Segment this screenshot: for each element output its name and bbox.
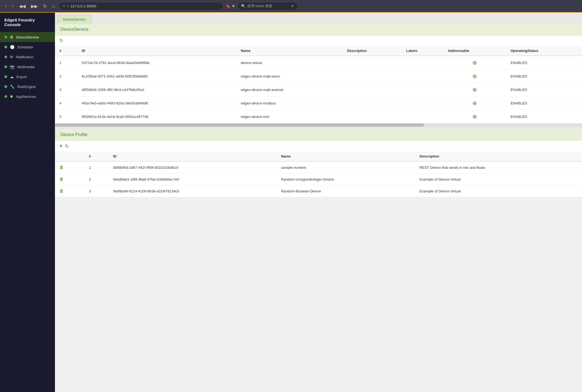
cell-status: ENABLED: [506, 96, 582, 110]
delete-profile-button[interactable]: 🗑: [59, 165, 64, 170]
cell-addressable: ⊕: [444, 83, 506, 96]
app-services-icon: ✱: [10, 94, 13, 99]
tab-bar: DeviceService: [55, 13, 582, 24]
table-row: 5 f650901a-813e-4418-9ca0-5833cc4977d5 e…: [55, 110, 582, 123]
sidebar-label-multimedia: Multimedia: [17, 65, 35, 69]
cell-num-dp: 3: [85, 185, 109, 197]
cell-id: f650901a-813e-4418-9ca0-5833cc4977d5: [77, 110, 236, 123]
device-profile-actions: + ↻: [55, 141, 582, 151]
bookmark-icon[interactable]: 🔖: [226, 4, 230, 8]
search-dropdown[interactable]: ▼: [290, 4, 294, 8]
cell-description-dp: Example of Device-Virtual: [415, 185, 582, 197]
device-service-actions: ↻: [55, 35, 582, 46]
cell-status: ENABLED: [506, 56, 582, 70]
rule-engine-icon: 🔧: [10, 84, 15, 89]
device-profile-table-header: # ID Name Description: [55, 151, 582, 161]
cell-description-dp: REST Device that sends in ints and float…: [415, 161, 582, 173]
cell-labels: [402, 70, 444, 83]
addressable-zoom-button[interactable]: ⊕: [472, 113, 477, 120]
table-row: 🗑 3 5ebf8a94-6224-4109-8038-a31f479134c0…: [55, 185, 582, 197]
home-button[interactable]: ⌂: [51, 2, 57, 10]
cell-description: [343, 110, 402, 123]
cell-addressable: ⊕: [444, 110, 506, 123]
back-button[interactable]: ‹: [3, 2, 8, 10]
search-bar[interactable]: 🔍 使用 baidu 搜索 ▼: [237, 2, 298, 10]
col-operating-status: OperatingStatus: [506, 46, 582, 56]
col-name: Name: [236, 46, 343, 56]
app-layout: EdgeX Foundry Console ⚙ DeviceService 🕐 …: [0, 13, 582, 392]
device-profile-section-header: Device Profile: [55, 129, 582, 141]
addressable-zoom-button[interactable]: ⊕: [472, 86, 477, 93]
cell-labels: [402, 83, 444, 96]
scroll-indicator: [55, 123, 582, 127]
tab-device-service[interactable]: DeviceService: [57, 15, 92, 24]
cell-name: edgex-device-mqtt-android: [236, 83, 343, 96]
status-dot-rule-engine: [4, 85, 7, 88]
col-num-dp: #: [85, 151, 109, 161]
cell-addressable: ⊕: [444, 96, 506, 110]
cell-num: 4: [55, 96, 77, 110]
cell-delete: 🗑: [55, 185, 85, 197]
sidebar-item-scheduler[interactable]: 🕐 Scheduler: [0, 42, 55, 52]
cell-name-dp: Random-Boolean-Device: [277, 185, 415, 197]
cell-status: ENABLED: [506, 83, 582, 96]
cell-name: device-virtual: [236, 56, 343, 70]
sidebar-item-device-service[interactable]: ⚙ DeviceService: [0, 32, 55, 42]
table-row: 1 53724c78-2791-4ecd-9839-0ba42b89999e d…: [55, 56, 582, 70]
cell-status: ENABLED: [506, 70, 582, 83]
sidebar-item-export[interactable]: ☁ Export: [0, 72, 55, 82]
delete-profile-button[interactable]: 🗑: [59, 177, 64, 182]
add-device-profile-button[interactable]: +: [59, 143, 63, 149]
refresh-device-profile-button[interactable]: ↻: [65, 143, 69, 149]
bookmark-area: 🔖 ▼: [226, 4, 235, 8]
cell-num: 5: [55, 110, 77, 123]
status-dot-app-services: [4, 95, 7, 98]
sidebar-label-app-services: AppServices: [16, 95, 36, 99]
reload-button[interactable]: ↻: [41, 2, 48, 10]
sidebar: EdgeX Foundry Console ⚙ DeviceService 🕐 …: [0, 13, 55, 392]
sidebar-item-rule-engine[interactable]: 🔧 RuleEngine: [0, 82, 55, 92]
cell-labels: [402, 96, 444, 110]
sidebar-label-device-service: DeviceService: [16, 35, 39, 39]
addressable-zoom-button[interactable]: ⊕: [472, 59, 477, 66]
cell-id: df556b04-3356-4ff2-9fe3-c447fb8c85a1: [77, 83, 236, 96]
cell-num: 1: [55, 56, 77, 70]
refresh-device-service-button[interactable]: ↻: [59, 38, 63, 44]
search-icon: 🔍: [241, 4, 246, 8]
cell-labels: [402, 110, 444, 123]
forward-button[interactable]: ›: [10, 2, 15, 10]
cell-id: f45a74e5-eb0d-4493-820a-58e55a894bf6: [77, 96, 236, 110]
scheduler-icon: 🕐: [10, 45, 15, 49]
table-row: 2 6c1f36ad-5071-4341-a83d-5091f5b9dd60 e…: [55, 70, 582, 83]
sidebar-item-app-services[interactable]: ✱ AppServices: [0, 92, 55, 101]
browser-chrome: ‹ › ◀◀ ▶▶ ↻ ⌂ 🛡 ℹ 127.0.0.1:30090 🔖 ▼ 🔍 …: [0, 0, 582, 13]
skip-forward-button[interactable]: ▶▶: [29, 2, 39, 10]
col-addressable: Addressable: [444, 46, 506, 56]
cell-name: edgex-device-mqtt-owon: [236, 70, 343, 83]
cell-labels: [402, 56, 444, 70]
addressable-zoom-button[interactable]: ⊕: [472, 100, 477, 106]
status-dot-multimedia: [4, 65, 7, 68]
cell-description: [343, 70, 402, 83]
cell-name: edgex-device-rest: [236, 110, 343, 123]
cell-id: 6c1f36ad-5071-4341-a83d-5091f5b9dd60: [77, 70, 236, 83]
address-text: 127.0.0.1:30090: [70, 4, 96, 8]
cell-name-dp: sample-numeric: [277, 161, 415, 173]
delete-profile-button[interactable]: 🗑: [59, 189, 64, 194]
cell-name-dp: Random-UnsignedInteger-Device: [277, 173, 415, 185]
scroll-thumb[interactable]: [55, 123, 424, 127]
table-row: 4 f45a74e5-eb0d-4493-820a-58e55a894bf6 e…: [55, 96, 582, 110]
sidebar-item-multimedia[interactable]: 📷 Multimedia: [0, 62, 55, 72]
cell-addressable: ⊕: [444, 56, 506, 70]
address-bar[interactable]: 🛡 ℹ 127.0.0.1:30090: [59, 2, 223, 10]
skip-back-button[interactable]: ◀◀: [17, 2, 27, 10]
device-profile-section: Device Profile + ↻ # ID Name Description: [55, 129, 582, 197]
cell-delete: 🗑: [55, 173, 85, 185]
sidebar-item-notification[interactable]: ✉ Notification: [0, 52, 55, 62]
cell-description: [343, 83, 402, 96]
bookmark-dropdown[interactable]: ▼: [231, 4, 235, 8]
addressable-zoom-button[interactable]: ⊕: [472, 73, 477, 79]
status-dot-export: [4, 75, 7, 78]
device-service-table: # ID Name Description Labels Addressable…: [55, 46, 582, 123]
cell-description: [343, 56, 402, 70]
